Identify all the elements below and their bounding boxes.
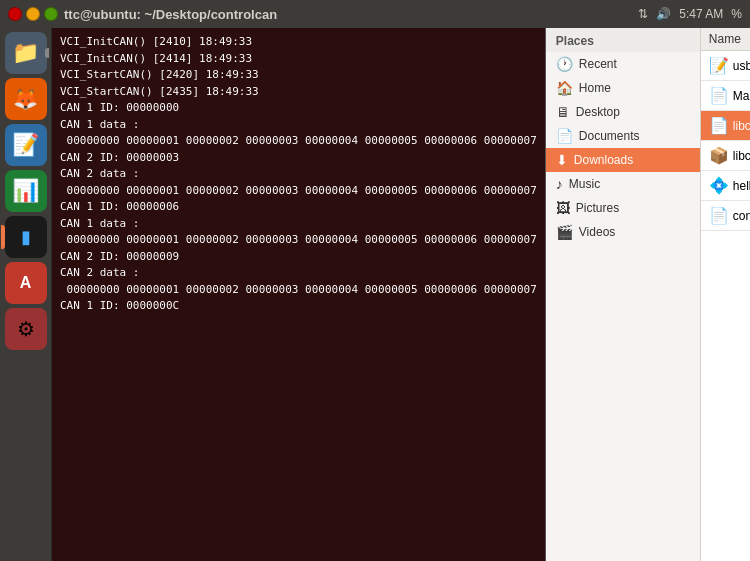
clock: 5:47 AM: [679, 7, 723, 21]
file-name-cell: 📄 Makefile: [701, 81, 750, 111]
term-line: VCI_InitCAN() [2410] 18:49:33: [60, 34, 537, 51]
settings-launcher-icon[interactable]: ⚙: [5, 308, 47, 350]
file-manager: Places 🕐 Recent 🏠 Home 🖥 Desktop 📄: [546, 28, 750, 561]
file-type-icon: 📦: [709, 146, 729, 165]
terminal-panel[interactable]: VCI_InitCAN() [2410] 18:49:33 VCI_InitCA…: [52, 28, 546, 561]
places-label-pictures: Pictures: [576, 201, 619, 215]
term-line: CAN 1 data :: [60, 117, 537, 134]
file-name-cell: 📦 libcontrolcan.a: [701, 141, 750, 171]
table-row[interactable]: 📝 usbcan_test.c 19.2 kB Text Sep 8: [701, 51, 750, 81]
term-line: CAN 1 data :: [60, 216, 537, 233]
file-list-area: Name ▼ Size Type Modified: [701, 28, 750, 561]
home-icon: 🏠: [556, 80, 573, 96]
places-label-desktop: Desktop: [576, 105, 620, 119]
minimize-button[interactable]: [26, 7, 40, 21]
term-line: CAN 1 ID: 0000000C: [60, 298, 537, 315]
col-name[interactable]: Name ▼: [701, 28, 750, 51]
file-name-cell: 💠 hello: [701, 171, 750, 201]
term-line: VCI_InitCAN() [2414] 18:49:33: [60, 51, 537, 68]
window-controls[interactable]: [8, 7, 58, 21]
volume-icon: 🔊: [656, 7, 671, 21]
sort-icon: ⇅: [638, 7, 648, 21]
file-name: Makefile: [733, 89, 750, 103]
file-name: libcontrolcan.so: [733, 119, 750, 133]
term-line: 00000000 00000001 00000002 00000003 0000…: [60, 133, 537, 150]
file-name: controlcan.h: [733, 209, 750, 223]
places-label-recent: Recent: [579, 57, 617, 71]
close-button[interactable]: [8, 7, 22, 21]
window-title: ttc@ubuntu: ~/Desktop/controlcan: [64, 7, 277, 22]
file-name-cell: 📝 usbcan_test.c: [701, 51, 750, 81]
recent-icon: 🕐: [556, 56, 573, 72]
places-header: Places: [546, 28, 700, 52]
table-header-row: Name ▼ Size Type Modified: [701, 28, 750, 51]
places-item-pictures[interactable]: 🖼 Pictures: [546, 196, 700, 220]
music-icon: ♪: [556, 176, 563, 192]
places-item-videos[interactable]: 🎬 Videos: [546, 220, 700, 244]
file-type-icon: 📄: [709, 206, 729, 225]
desktop-icon: 🖥: [556, 104, 570, 120]
file-name: libcontrolcan.a: [733, 149, 750, 163]
term-line: 00000000 00000001 00000002 00000003 0000…: [60, 282, 537, 299]
term-line: CAN 2 ID: 00000003: [60, 150, 537, 167]
fm-body: Places 🕐 Recent 🏠 Home 🖥 Desktop 📄: [546, 28, 750, 561]
launcher: 📁 🦊 📝 📊 ▮ A ⚙: [0, 28, 52, 561]
spreadsheet-launcher-icon[interactable]: 📊: [5, 170, 47, 212]
content-area: VCI_InitCAN() [2410] 18:49:33 VCI_InitCA…: [52, 28, 750, 561]
firefox-launcher-icon[interactable]: 🦊: [5, 78, 47, 120]
file-name-cell: 📄 controlcan.h: [701, 201, 750, 231]
maximize-button[interactable]: [44, 7, 58, 21]
places-item-documents[interactable]: 📄 Documents: [546, 124, 700, 148]
title-bar: ttc@ubuntu: ~/Desktop/controlcan ⇅ 🔊 5:4…: [0, 0, 750, 28]
term-line: CAN 1 ID: 00000006: [60, 199, 537, 216]
file-table: Name ▼ Size Type Modified: [701, 28, 750, 231]
places-item-downloads[interactable]: ⬇ Downloads: [546, 148, 700, 172]
terminal-output: VCI_InitCAN() [2410] 18:49:33 VCI_InitCA…: [60, 34, 537, 555]
term-line: CAN 2 data :: [60, 265, 537, 282]
places-panel: Places 🕐 Recent 🏠 Home 🖥 Desktop 📄: [546, 28, 701, 561]
places-label-documents: Documents: [579, 129, 640, 143]
file-table-container: Name ▼ Size Type Modified: [701, 28, 750, 561]
battery-icon: %: [731, 7, 742, 21]
places-item-music[interactable]: ♪ Music: [546, 172, 700, 196]
file-name: usbcan_test.c: [733, 59, 750, 73]
table-row[interactable]: 📄 Makefile 497 bytes Text Sep 7: [701, 81, 750, 111]
places-label-home: Home: [579, 81, 611, 95]
term-line: VCI_StartCAN() [2420] 18:49:33: [60, 67, 537, 84]
file-name: hello: [733, 179, 750, 193]
term-line: 00000000 00000001 00000002 00000003 0000…: [60, 183, 537, 200]
files-launcher-icon[interactable]: 📁: [5, 32, 47, 74]
file-type-icon: 💠: [709, 176, 729, 195]
term-line: CAN 2 data :: [60, 166, 537, 183]
places-item-recent[interactable]: 🕐 Recent: [546, 52, 700, 76]
places-item-home[interactable]: 🏠 Home: [546, 76, 700, 100]
title-bar-left: ttc@ubuntu: ~/Desktop/controlcan: [8, 7, 277, 22]
term-line: 00000000 00000001 00000002 00000003 0000…: [60, 232, 537, 249]
table-row[interactable]: 💠 hello 22.7 kB Program Sep 8: [701, 171, 750, 201]
main-layout: 📁 🦊 📝 📊 ▮ A ⚙ VCI_InitCAN() [2410] 18:49…: [0, 28, 750, 561]
appstore-launcher-icon[interactable]: A: [5, 262, 47, 304]
file-type-icon: 📄: [709, 86, 729, 105]
file-type-icon: 📝: [709, 56, 729, 75]
terminal-launcher-icon[interactable]: ▮: [5, 216, 47, 258]
term-line: VCI_StartCAN() [2435] 18:49:33: [60, 84, 537, 101]
documents-icon: 📄: [556, 128, 573, 144]
term-line: CAN 1 ID: 00000000: [60, 100, 537, 117]
term-line: CAN 2 ID: 00000009: [60, 249, 537, 266]
places-label-downloads: Downloads: [574, 153, 633, 167]
videos-icon: 🎬: [556, 224, 573, 240]
table-row[interactable]: 📄 libcontrolcan.so 65.6 kB Unknown Jul 2…: [701, 111, 750, 141]
document-launcher-icon[interactable]: 📝: [5, 124, 47, 166]
table-row[interactable]: 📄 controlcan.h 4.0 kB Text Jul 27: [701, 201, 750, 231]
places-item-desktop[interactable]: 🖥 Desktop: [546, 100, 700, 124]
title-bar-right: ⇅ 🔊 5:47 AM %: [638, 7, 742, 21]
file-type-icon: 📄: [709, 116, 729, 135]
places-label-music: Music: [569, 177, 600, 191]
pictures-icon: 🖼: [556, 200, 570, 216]
places-label-videos: Videos: [579, 225, 615, 239]
downloads-icon: ⬇: [556, 152, 568, 168]
file-name-cell: 📄 libcontrolcan.so: [701, 111, 750, 141]
table-row[interactable]: 📦 libcontrolcan.a 43.0 kB Archive Jun 10: [701, 141, 750, 171]
